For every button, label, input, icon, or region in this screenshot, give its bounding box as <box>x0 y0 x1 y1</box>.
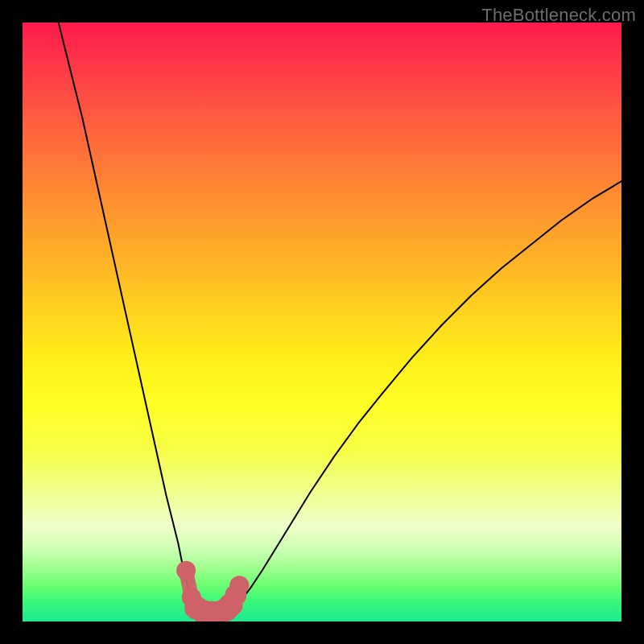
marker-dot <box>176 561 196 580</box>
marker-dot <box>229 576 249 595</box>
series-right-curve <box>229 181 621 609</box>
watermark-label: TheBottleneck.com <box>481 5 636 26</box>
chart-frame: TheBottleneck.com <box>0 0 644 644</box>
plot-area <box>23 23 621 621</box>
curves-layer <box>23 23 621 621</box>
series-left-curve <box>59 23 200 609</box>
